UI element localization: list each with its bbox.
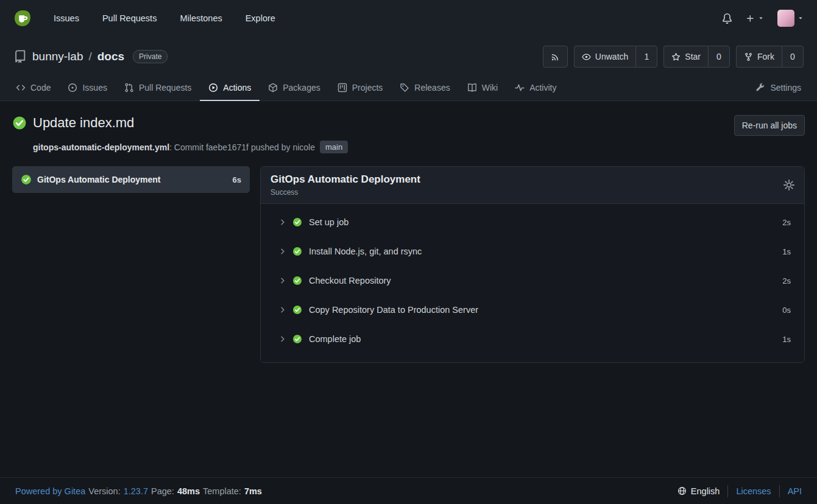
tab-code[interactable]: Code [7, 75, 59, 101]
tab-releases[interactable]: Releases [391, 75, 458, 101]
template-label: Template: [203, 486, 241, 496]
tab-packages[interactable]: Packages [260, 75, 328, 101]
step-success-icon [292, 276, 302, 285]
chevron-right-icon [279, 335, 286, 343]
tab-projects-label: Projects [352, 83, 383, 93]
job-item[interactable]: GitOps Automatic Deployment 6s [12, 166, 250, 193]
watch-group: Unwatch 1 [574, 46, 657, 68]
powered-by-gitea-link[interactable]: Powered by Gitea [15, 486, 85, 496]
package-icon [268, 83, 278, 93]
log-settings-button[interactable] [783, 180, 794, 191]
run-title: Update index.md [33, 115, 134, 131]
chevron-right-icon [279, 219, 286, 226]
star-icon [671, 52, 681, 61]
forks-count[interactable]: 0 [782, 46, 804, 68]
pull-request-icon [124, 83, 134, 93]
gitea-logo-icon [13, 9, 32, 27]
run-body: GitOps Automatic Deployment 6s GitOps Au… [12, 166, 805, 363]
user-menu-button[interactable] [777, 10, 804, 27]
stars-count[interactable]: 0 [708, 46, 730, 68]
step-row[interactable]: Copy Repository Data to Production Serve… [261, 295, 804, 324]
repo-icon [13, 50, 27, 63]
tab-settings[interactable]: Settings [747, 75, 810, 101]
tab-activity[interactable]: Activity [506, 75, 565, 101]
rerun-all-jobs-button[interactable]: Re-run all jobs [734, 115, 805, 136]
notifications-button[interactable] [722, 13, 732, 24]
code-icon [16, 83, 26, 93]
watchers-count[interactable]: 1 [635, 46, 657, 68]
tab-actions[interactable]: Actions [200, 75, 260, 101]
job-duration: 6s [233, 175, 241, 184]
navbar-right [722, 10, 804, 27]
plus-icon [746, 14, 755, 23]
tab-pull-requests-label: Pull Requests [139, 83, 191, 93]
footer-right: English Licenses API [677, 485, 802, 497]
gitea-logo[interactable] [13, 9, 32, 27]
star-button[interactable]: Star [663, 46, 708, 68]
job-name: GitOps Automatic Deployment [37, 175, 227, 184]
play-circle-icon [208, 83, 218, 93]
step-success-icon [292, 247, 302, 256]
step-row[interactable]: Checkout Repository 2s [261, 266, 804, 295]
step-row[interactable]: Install Node.js, git, and rsync 1s [261, 237, 804, 266]
step-success-icon [292, 305, 302, 315]
language-selector[interactable]: English [677, 486, 728, 496]
tab-projects[interactable]: Projects [329, 75, 392, 101]
nav-link-issues[interactable]: Issues [45, 9, 88, 28]
api-link[interactable]: API [779, 485, 802, 497]
run-subtitle: gitops-automatic-deployment.yml: Commit … [33, 141, 805, 153]
repo-action-buttons: Unwatch 1 Star 0 Fork 0 [543, 46, 804, 68]
language-label: English [691, 486, 720, 496]
workflow-file-name: gitops-automatic-deployment.yml [33, 142, 169, 152]
step-row[interactable]: Set up job 2s [261, 208, 804, 237]
nav-link-pull-requests[interactable]: Pull Requests [94, 9, 165, 28]
footer-left: Powered by Gitea Version: 1.23.7 Page: 4… [15, 486, 262, 496]
project-icon [338, 83, 347, 93]
star-group: Star 0 [663, 46, 730, 68]
step-name: Install Node.js, git, and rsync [309, 247, 422, 256]
commit-info: : Commit faebe1671f pushed by nicole [169, 142, 315, 152]
caret-down-icon [758, 15, 764, 21]
nav-link-milestones[interactable]: Milestones [171, 9, 230, 28]
tab-settings-label: Settings [770, 83, 801, 93]
step-duration: 2s [782, 276, 791, 285]
version-value-link[interactable]: 1.23.7 [124, 486, 148, 496]
step-row[interactable]: Complete job 1s [261, 324, 804, 354]
caret-down-icon [798, 15, 804, 21]
tab-wiki[interactable]: Wiki [459, 75, 506, 101]
fork-group: Fork 0 [736, 46, 804, 68]
run-header: Update index.md Re-run all jobs [12, 115, 805, 136]
version-label: Version: [88, 486, 120, 496]
nav-links: Issues Pull Requests Milestones Explore [45, 9, 284, 28]
fork-icon [744, 52, 753, 61]
unwatch-button[interactable]: Unwatch [574, 46, 635, 68]
nav-link-explore[interactable]: Explore [237, 9, 284, 28]
tab-code-label: Code [30, 83, 51, 93]
pulse-icon [515, 83, 525, 93]
repo-owner-link[interactable]: bunny-lab [32, 50, 83, 63]
tab-issues[interactable]: Issues [59, 75, 115, 101]
site-header: Issues Pull Requests Milestones Explore … [0, 0, 817, 101]
step-duration: 1s [782, 335, 791, 344]
tab-pull-requests[interactable]: Pull Requests [116, 75, 200, 101]
branch-badge[interactable]: main [320, 141, 348, 153]
unwatch-label: Unwatch [595, 52, 628, 61]
steps-list: Set up job 2s Install Node.js, git, and … [261, 204, 804, 362]
eye-icon [582, 52, 591, 61]
repo-separator: / [88, 50, 91, 63]
licenses-link[interactable]: Licenses [727, 485, 779, 497]
bell-icon [722, 13, 732, 24]
create-new-button[interactable] [746, 14, 764, 23]
job-list: GitOps Automatic Deployment 6s [12, 166, 250, 193]
repo-tabs: Code Issues Pull Requests Actions Packag… [0, 75, 817, 100]
tab-releases-label: Releases [414, 83, 450, 93]
page-time: 48ms [177, 486, 200, 496]
book-icon [467, 83, 477, 93]
top-navbar: Issues Pull Requests Milestones Explore [0, 0, 817, 37]
repo-name-link[interactable]: docs [97, 50, 124, 63]
job-detail-title: GitOps Automatic Deployment [271, 173, 420, 186]
globe-icon [677, 486, 687, 495]
issue-icon [68, 83, 77, 93]
rss-button[interactable] [543, 46, 568, 68]
fork-button[interactable]: Fork [736, 46, 782, 68]
